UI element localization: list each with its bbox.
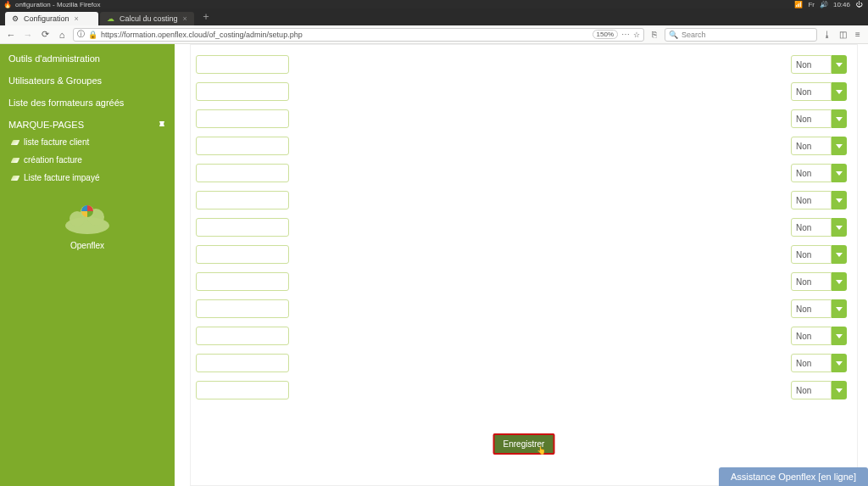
select-wrapper[interactable]: Non xyxy=(791,109,832,128)
menu-icon[interactable]: ≡ xyxy=(853,30,863,39)
chevron-down-icon[interactable] xyxy=(832,218,847,237)
chevron-down-icon[interactable] xyxy=(832,299,847,318)
chevron-down-icon[interactable] xyxy=(832,272,847,291)
select-value: Non xyxy=(791,191,832,209)
text-input[interactable] xyxy=(196,191,289,209)
bookmark-liste-facture-client[interactable]: liste facture client xyxy=(0,133,175,151)
chevron-down-icon[interactable] xyxy=(832,109,847,128)
select-wrapper[interactable]: Non xyxy=(791,245,832,264)
page-actions-icon[interactable]: ⋯ xyxy=(621,30,630,39)
chevron-down-icon[interactable] xyxy=(832,245,847,264)
browser-toolbar: ← → ⟳ ⌂ ⓘ 🔒 https://formation.openflex.c… xyxy=(0,25,868,44)
text-input[interactable] xyxy=(196,82,289,101)
forward-button: → xyxy=(22,30,34,40)
sidebar-item-users-groups[interactable]: Utilisateurs & Groupes xyxy=(0,70,175,92)
chevron-down-icon[interactable] xyxy=(832,137,847,155)
text-input[interactable] xyxy=(196,55,289,74)
sidebar-toggle-icon[interactable]: ◫ xyxy=(837,30,848,39)
select-wrapper[interactable]: Non xyxy=(791,354,832,372)
chevron-down-icon[interactable] xyxy=(832,191,847,209)
new-tab-button[interactable]: ＋ xyxy=(201,9,211,24)
select-wrapper[interactable]: Non xyxy=(791,82,832,101)
form-row: Non xyxy=(191,381,857,399)
volume-icon[interactable]: 🔊 xyxy=(820,1,828,8)
select-wrapper[interactable]: Non xyxy=(791,381,832,399)
select-value: Non xyxy=(791,245,832,264)
text-input[interactable] xyxy=(196,109,289,128)
bookmark-creation-facture[interactable]: création facture xyxy=(0,151,175,169)
form-row: Non xyxy=(191,191,857,209)
reload-button[interactable]: ⟳ xyxy=(39,29,51,40)
chevron-down-icon[interactable] xyxy=(832,164,847,182)
power-icon[interactable]: ⏻ xyxy=(855,1,862,8)
page: Outils d'administration Utilisateurs & G… xyxy=(0,44,868,486)
form-rows: NonNonNonNonNonNonNonNonNonNonNonNonNon xyxy=(191,47,857,399)
content-area: NonNonNonNonNonNonNonNonNonNonNonNonNon … xyxy=(175,44,868,486)
text-input[interactable] xyxy=(196,381,289,399)
form-row: Non xyxy=(191,164,857,182)
text-input[interactable] xyxy=(196,245,289,264)
download-icon[interactable]: ⭳ xyxy=(822,30,832,39)
url-bar[interactable]: ⓘ 🔒 https://formation.openflex.cloud/of_… xyxy=(73,28,644,42)
select-wrapper[interactable]: Non xyxy=(791,327,832,345)
select-value: Non xyxy=(791,299,832,318)
home-button[interactable]: ⌂ xyxy=(56,30,68,40)
select-wrapper[interactable]: Non xyxy=(791,137,832,155)
select-wrapper[interactable]: Non xyxy=(791,299,832,318)
lang-indicator[interactable]: Fr xyxy=(808,1,815,8)
select-value: Non xyxy=(791,354,832,372)
chevron-down-icon[interactable] xyxy=(832,82,847,101)
tab-costing[interactable]: ☁ Calcul du costing × xyxy=(100,12,194,25)
chevron-down-icon[interactable] xyxy=(832,327,847,345)
text-input[interactable] xyxy=(196,354,289,372)
select-value: Non xyxy=(791,164,832,182)
chevron-down-icon[interactable] xyxy=(832,381,847,399)
cursor-icon: 👆 xyxy=(537,446,546,455)
text-input[interactable] xyxy=(196,327,289,345)
form-row: Non xyxy=(191,245,857,264)
lock-icon: 🔒 xyxy=(88,31,97,39)
reader-icon[interactable]: ☆ xyxy=(633,31,640,39)
info-icon[interactable]: ⓘ xyxy=(77,29,85,40)
library-icon[interactable]: ⎘ xyxy=(649,30,659,39)
select-wrapper[interactable]: Non xyxy=(791,55,832,74)
tab-label: Calcul du costing xyxy=(120,14,178,23)
form-row: Non xyxy=(191,55,857,74)
chevron-down-icon[interactable] xyxy=(832,354,847,372)
zoom-badge[interactable]: 150% xyxy=(593,30,618,39)
text-input[interactable] xyxy=(196,218,289,237)
brand-label: Openflex xyxy=(0,241,175,250)
sidebar-item-admin-tools[interactable]: Outils d'administration xyxy=(0,47,175,70)
tab-configuration[interactable]: ⚙ Configuration × xyxy=(5,12,98,25)
text-input[interactable] xyxy=(196,164,289,182)
close-icon[interactable]: × xyxy=(75,14,79,23)
text-input[interactable] xyxy=(196,299,289,318)
tab-favicon: ⚙ xyxy=(12,14,19,23)
clock: 10:46 xyxy=(833,1,850,8)
save-button[interactable]: Enregistrer 👆 xyxy=(493,433,555,455)
chevron-down-icon[interactable] xyxy=(832,55,847,74)
pin-icon[interactable] xyxy=(158,120,166,129)
select-value: Non xyxy=(791,82,832,101)
search-icon: 🔍 xyxy=(669,31,678,39)
select-value: Non xyxy=(791,272,832,291)
network-icon: 📶 xyxy=(794,1,803,8)
window-title: onfiguration - Mozilla Firefox xyxy=(15,1,100,8)
select-wrapper[interactable]: Non xyxy=(791,191,832,209)
select-value: Non xyxy=(791,327,832,345)
search-box[interactable]: 🔍 Search xyxy=(665,28,817,42)
form-row: Non xyxy=(191,137,857,155)
assistance-chat-tab[interactable]: Assistance Openflex [en ligne] xyxy=(719,467,868,486)
sidebar-item-trainers[interactable]: Liste des formateurs agréés xyxy=(0,92,175,114)
select-wrapper[interactable]: Non xyxy=(791,272,832,291)
bookmark-liste-facture-impaye[interactable]: Liste facture impayé xyxy=(0,169,175,187)
text-input[interactable] xyxy=(196,137,289,155)
select-wrapper[interactable]: Non xyxy=(791,164,832,182)
back-button[interactable]: ← xyxy=(5,30,17,40)
select-wrapper[interactable]: Non xyxy=(791,218,832,237)
text-input[interactable] xyxy=(196,272,289,291)
close-icon[interactable]: × xyxy=(183,14,187,23)
form-row: Non xyxy=(191,327,857,345)
form-row: Non xyxy=(191,354,857,372)
form-row: Non xyxy=(191,109,857,128)
